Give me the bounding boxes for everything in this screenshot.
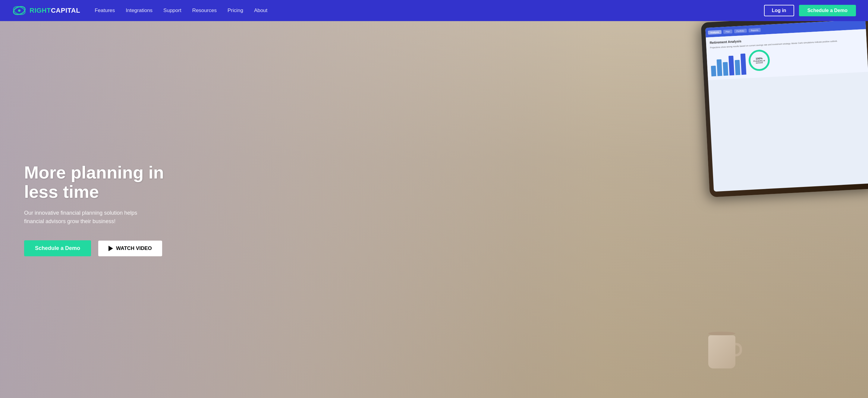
tablet-tab-1: Plan [723, 29, 733, 34]
bar-6 [741, 53, 747, 75]
mug-top [708, 332, 735, 335]
hero-content: More planning in less time Our innovativ… [0, 163, 211, 256]
logo[interactable]: RIGHTCAPITAL [12, 3, 80, 18]
schedule-demo-nav-button[interactable]: Schedule a Demo [799, 5, 856, 16]
watch-video-button[interactable]: WATCH VIDEO [98, 241, 162, 256]
tablet-chart-area: 100% Probability of success [710, 44, 864, 76]
bar-4 [728, 56, 734, 75]
hero-subtext: Our innovative financial planning soluti… [24, 209, 187, 226]
play-icon [108, 246, 113, 251]
bar-2 [717, 59, 722, 76]
svg-point-2 [18, 9, 21, 12]
nav-resources[interactable]: Resources [192, 7, 217, 13]
bar-3 [723, 62, 728, 76]
navbar: RIGHTCAPITAL Features Integrations Suppo… [0, 0, 868, 21]
nav-pricing[interactable]: Pricing [227, 7, 243, 13]
hero-section: Analysis Plan Portfolio Reports Retireme… [0, 0, 868, 398]
hero-subtext-line1: Our innovative financial planning soluti… [24, 210, 137, 216]
tablet-tab-active: Analysis [708, 30, 721, 34]
tablet-mockup: Analysis Plan Portfolio Reports Retireme… [701, 14, 868, 197]
login-button[interactable]: Log in [764, 5, 794, 16]
nav-integrations[interactable]: Integrations [126, 7, 153, 13]
bar-1 [711, 65, 716, 76]
coffee-mug-decoration [705, 332, 738, 374]
nav-support[interactable]: Support [163, 7, 181, 13]
logo-icon [12, 3, 27, 18]
logo-capital-text: CAPITAL [51, 7, 80, 14]
tablet-content: Retirement Analysis Projections show str… [706, 29, 868, 80]
hero-subtext-line2: financial advisors grow their business! [24, 218, 116, 224]
nav-about[interactable]: About [254, 7, 267, 13]
tablet-bars [710, 50, 746, 76]
tablet-sublabel: Probability of success [750, 59, 768, 64]
nav-actions: Log in Schedule a Demo [764, 5, 856, 16]
bar-5 [735, 60, 741, 75]
tablet-tab-2: Portfolio [734, 29, 747, 33]
hero-buttons: Schedule a Demo WATCH VIDEO [24, 240, 187, 256]
watch-video-label: WATCH VIDEO [116, 245, 152, 251]
nav-links: Features Integrations Support Resources … [95, 7, 764, 13]
tablet-tab-3: Reports [748, 28, 761, 32]
tablet-probability-circle: 100% Probability of success [748, 49, 770, 71]
tablet-screen: Analysis Plan Portfolio Reports Retireme… [705, 19, 868, 191]
mug-body [708, 335, 735, 368]
schedule-demo-hero-button[interactable]: Schedule a Demo [24, 240, 91, 256]
nav-features[interactable]: Features [95, 7, 115, 13]
hero-headline: More planning in less time [24, 163, 187, 202]
logo-right-text: RIGHT [30, 7, 51, 14]
